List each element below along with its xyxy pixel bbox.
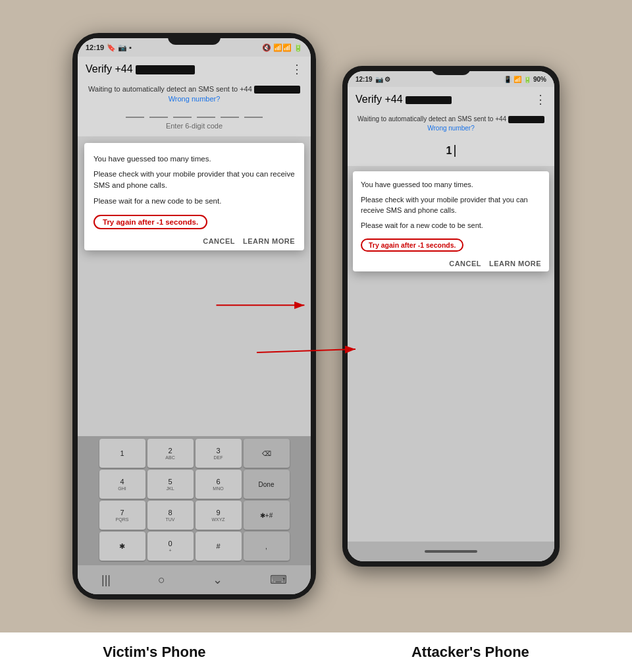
attacker-phone-redacted: [406, 96, 452, 104]
attacker-dialog-area: You have guessed too many times. Please …: [348, 166, 554, 542]
victim-subtitle: Waiting to automatically detect an SMS s…: [78, 80, 311, 110]
recent-icon[interactable]: ⌄: [213, 573, 223, 587]
attacker-subtitle: Waiting to automatically detect an SMS s…: [348, 111, 554, 138]
attacker-dialog-line2: Please check with your mobile provider t…: [361, 194, 541, 216]
victim-status-icons-right: 🔇 📶📶 🔋: [262, 43, 303, 52]
attacker-subtitle-text: Waiting to automatically detect an SMS s…: [357, 115, 506, 123]
kb-row-3: 7PQRS 8TUV 9WXYZ ✱+#: [80, 501, 308, 530]
kb-key-done[interactable]: Done: [244, 470, 290, 499]
victim-subtitle-text: Waiting to automatically detect an SMS s…: [88, 85, 252, 93]
kb-key-3[interactable]: 3DEF: [196, 439, 242, 468]
kb-key-1[interactable]: 1: [99, 439, 145, 468]
victim-more-icon[interactable]: ⋮: [291, 62, 303, 76]
victim-code-placeholder[interactable]: Enter 6-digit code: [166, 122, 223, 130]
victim-dialog-line3: Please wait for a new code to be sent.: [93, 196, 295, 207]
victim-code-area: Enter 6-digit code: [78, 110, 311, 136]
kb-key-0[interactable]: 0+: [147, 532, 194, 561]
attacker-home-indicator: [425, 550, 477, 553]
victim-time: 12:19: [86, 43, 104, 51]
kb-row-4: ✱ 0+ # ,: [80, 532, 308, 561]
kb-key-8[interactable]: 8TUV: [147, 501, 194, 530]
attacker-battery-pct: 90%: [533, 76, 546, 83]
kb-row-1: 1 2ABC 3DEF ⌫: [80, 439, 308, 468]
attacker-app-title: Verify +44: [356, 94, 452, 105]
attacker-digit-1: 1: [446, 145, 452, 157]
code-dash-3: [173, 117, 192, 118]
kb-key-star[interactable]: ✱: [99, 532, 145, 561]
victim-phone-number-redacted: [254, 85, 300, 93]
attacker-home-bar: [348, 542, 554, 561]
attacker-title-text: Verify +44: [356, 94, 403, 105]
victim-status-icons-left: 🔖 📷 ▪: [107, 43, 132, 52]
victim-dialog-line1: You have guessed too many times.: [93, 154, 295, 165]
attacker-try-again: Try again after -1 seconds.: [361, 238, 463, 252]
victim-phone-redacted: [136, 65, 195, 74]
keyboard-icon[interactable]: ⌨: [270, 573, 287, 587]
victim-keyboard[interactable]: 1 2ABC 3DEF ⌫ 4GHI 5JKL 6MNO Done 7PQRS …: [78, 436, 311, 565]
victim-cancel-btn[interactable]: CANCEL: [203, 237, 235, 245]
victim-code-dashes: [126, 117, 263, 118]
attacker-app-bar: Verify +44 ⋮: [348, 87, 554, 111]
attacker-dialog-text: You have guessed too many times. Please …: [361, 179, 541, 231]
attacker-learn-more-btn[interactable]: LEARN MORE: [489, 260, 541, 267]
attacker-phone-redacted-2: [508, 116, 544, 123]
code-dash-1: [126, 117, 144, 118]
attacker-code-input: 1: [446, 145, 456, 157]
kb-key-backspace[interactable]: ⌫: [244, 439, 290, 468]
kb-key-2[interactable]: 2ABC: [147, 439, 194, 468]
kb-key-9[interactable]: 9WXYZ: [196, 501, 242, 530]
victim-try-again-container: Try again after -1 seconds.: [93, 212, 295, 235]
victim-dialog-line2: Please check with your mobile provider t…: [93, 169, 295, 192]
attacker-cursor: [454, 145, 456, 157]
victim-dialog-buttons: CANCEL LEARN MORE: [93, 235, 295, 245]
attacker-cancel-btn[interactable]: CANCEL: [449, 260, 481, 267]
attacker-dialog-line1: You have guessed too many times.: [361, 179, 541, 190]
code-dash-5: [221, 117, 239, 118]
kb-key-hash[interactable]: #: [196, 532, 242, 561]
kb-key-4[interactable]: 4GHI: [99, 470, 145, 499]
attacker-try-again-container: Try again after -1 seconds.: [361, 236, 541, 257]
attacker-code-area: 1: [348, 138, 554, 166]
victim-screen: 12:19 🔖 📷 ▪ 🔇 📶📶 🔋 Verify +44 ⋮ Waiting …: [78, 38, 311, 594]
attacker-icons-right: 📳 📶 🔋: [504, 76, 531, 83]
attacker-caption: Attacker's Phone: [411, 644, 529, 661]
victim-app-title: Verify +44: [86, 63, 195, 75]
phone-notch: [168, 33, 221, 45]
code-dash-6: [244, 117, 263, 118]
kb-row-2: 4GHI 5JKL 6MNO Done: [80, 470, 308, 499]
attacker-dialog-buttons: CANCEL LEARN MORE: [361, 257, 541, 267]
kb-key-5[interactable]: 5JKL: [147, 470, 194, 499]
attacker-dialog-line3: Please wait for a new code to be sent.: [361, 220, 541, 231]
victim-dialog-area: You have guessed too many times. Please …: [78, 136, 311, 436]
kb-key-comma[interactable]: ,: [244, 532, 290, 561]
victim-caption: Victim's Phone: [103, 644, 205, 661]
attacker-phone: 12:19 📷 ⚙ 📳 📶 🔋 90% Verify +44 ⋮ Waiting: [342, 66, 560, 567]
attacker-more-icon[interactable]: ⋮: [535, 92, 546, 107]
code-dash-2: [149, 117, 168, 118]
victim-learn-more-btn[interactable]: LEARN MORE: [243, 237, 295, 245]
back-icon[interactable]: |||: [101, 573, 111, 587]
kb-key-7[interactable]: 7PQRS: [99, 501, 145, 530]
victim-phone: 12:19 🔖 📷 ▪ 🔇 📶📶 🔋 Verify +44 ⋮ Waiting …: [72, 33, 316, 600]
code-dash-4: [197, 117, 215, 118]
kb-key-6[interactable]: 6MNO: [196, 470, 242, 499]
victim-dialog: You have guessed too many times. Please …: [84, 143, 304, 250]
attacker-icons-left: 📷 ⚙: [375, 76, 391, 83]
attacker-screen: 12:19 📷 ⚙ 📳 📶 🔋 90% Verify +44 ⋮ Waiting: [348, 71, 554, 561]
victim-app-bar: Verify +44 ⋮: [78, 57, 311, 80]
attacker-time: 12:19: [356, 76, 373, 83]
kb-key-symbols[interactable]: ✱+#: [244, 501, 290, 530]
attacker-wrong-number[interactable]: Wrong number?: [427, 125, 475, 132]
home-icon[interactable]: ○: [158, 573, 165, 587]
caption-row: Victim's Phone Attacker's Phone: [0, 632, 632, 672]
attacker-notch: [431, 66, 471, 75]
victim-wrong-number[interactable]: Wrong number?: [169, 95, 221, 103]
attacker-dialog: You have guessed too many times. Please …: [353, 171, 549, 271]
victim-try-again: Try again after -1 seconds.: [93, 215, 207, 229]
victim-title-text: Verify +44: [86, 63, 133, 74]
victim-nav-bar: ||| ○ ⌄ ⌨: [78, 565, 311, 594]
victim-dialog-text: You have guessed too many times. Please …: [93, 154, 295, 207]
